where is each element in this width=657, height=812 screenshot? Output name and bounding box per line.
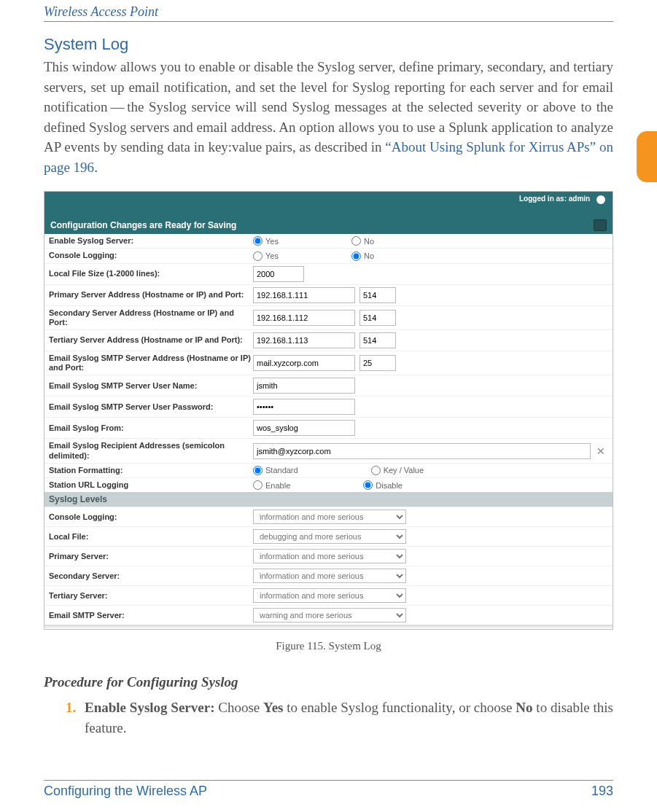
radio-fmt-keyvalue[interactable]: Key / Value — [371, 466, 424, 475]
section-title: System Log — [44, 35, 613, 54]
label-smtp-pass: Email Syslog SMTP Server User Password: — [49, 402, 253, 412]
radio-url-disable-label: Disable — [376, 481, 403, 490]
footer-left: Configuring the Wireless AP — [44, 784, 207, 799]
level-label-tertiary: Tertiary Server: — [49, 591, 253, 601]
running-head: Wireless Access Point — [44, 0, 613, 20]
config-changes-bar: Configuration Changes are Ready for Savi… — [44, 216, 613, 234]
select-level-email[interactable]: warning and more serious — [253, 608, 406, 622]
select-level-console[interactable]: information and more serious — [253, 510, 406, 524]
input-smtp-pass[interactable] — [253, 399, 355, 415]
select-level-secondary[interactable]: information and more serious — [253, 569, 406, 583]
label-station-formatting: Station Formatting: — [49, 466, 253, 475]
level-row-primary: Primary Server: information and more ser… — [44, 546, 613, 566]
radio-enable-yes-label: Yes — [265, 237, 279, 246]
radio-console-yes[interactable]: Yes — [253, 251, 279, 261]
step-strong-yes: Yes — [263, 700, 283, 715]
input-tertiary-host[interactable] — [253, 332, 355, 348]
input-secondary-port[interactable] — [359, 310, 396, 326]
input-secondary-host[interactable] — [253, 310, 355, 326]
input-smtp-user[interactable] — [253, 378, 355, 394]
save-icon[interactable] — [594, 219, 607, 231]
footer-page-number: 193 — [591, 784, 613, 799]
radio-console-no-input[interactable] — [351, 251, 361, 261]
input-email-recip[interactable] — [253, 443, 591, 459]
clear-recip-icon[interactable]: ✕ — [594, 445, 608, 457]
level-row-tertiary: Tertiary Server: information and more se… — [44, 585, 613, 605]
input-tertiary-port[interactable] — [359, 332, 396, 348]
level-row-console: Console Logging: information and more se… — [44, 507, 613, 526]
radio-url-enable-input[interactable] — [253, 480, 263, 490]
input-primary-host[interactable] — [253, 287, 355, 303]
radio-url-disable[interactable]: Disable — [363, 480, 403, 490]
row-station-url-logging: Station URL Logging Enable Disable — [44, 477, 613, 492]
radio-enable-yes-input[interactable] — [253, 236, 263, 246]
radio-enable-no-input[interactable] — [351, 236, 361, 246]
level-row-email: Email SMTP Server: warning and more seri… — [44, 605, 613, 625]
select-level-local[interactable]: debugging and more serious — [253, 529, 406, 544]
input-smtp-host[interactable] — [253, 355, 355, 371]
radio-console-no-label: No — [364, 251, 374, 260]
input-file-size[interactable] — [253, 266, 304, 282]
label-file-size: Local File Size (1-2000 lines): — [49, 269, 253, 278]
select-level-primary[interactable]: information and more serious — [253, 549, 406, 563]
radio-url-enable[interactable]: Enable — [253, 480, 290, 490]
label-tertiary-server: Tertiary Server Address (Hostname or IP … — [49, 335, 253, 345]
radio-enable-yes[interactable]: Yes — [253, 236, 279, 246]
syslog-levels-header: Syslog Levels — [44, 492, 613, 507]
step-strong-1: Enable Syslog Server: — [85, 700, 214, 715]
shot-titlebar: Logged in as: admin — [44, 192, 613, 216]
procedure-list: 1. Enable Syslog Server: Choose Yes to e… — [44, 698, 613, 738]
input-email-from[interactable] — [253, 420, 355, 436]
row-secondary-server: Secondary Server Address (Hostname or IP… — [44, 305, 613, 329]
label-email-recip: Email Syslog Recipient Addresses (semico… — [49, 441, 253, 460]
radio-fmt-standard-label: Standard — [265, 466, 298, 475]
level-label-primary: Primary Server: — [49, 552, 253, 561]
radio-fmt-standard[interactable]: Standard — [253, 466, 298, 475]
user-icon — [596, 195, 605, 204]
radio-enable-no[interactable]: No — [351, 236, 374, 246]
label-email-from: Email Syslog From: — [49, 423, 253, 433]
login-text: Logged in as: admin — [519, 195, 590, 203]
label-console-logging: Console Logging: — [49, 251, 253, 260]
radio-console-yes-label: Yes — [265, 251, 279, 260]
row-primary-server: Primary Server Address (Hostname or IP) … — [44, 284, 613, 305]
radio-fmt-standard-input[interactable] — [253, 466, 263, 475]
row-email-recip: Email Syslog Recipient Addresses (semico… — [44, 438, 613, 462]
input-smtp-port[interactable] — [359, 355, 396, 371]
header-rule — [44, 21, 613, 22]
row-console-logging: Console Logging: Yes No — [44, 248, 613, 262]
procedure-heading: Procedure for Configuring Syslog — [44, 674, 613, 690]
radio-console-yes-input[interactable] — [253, 251, 263, 261]
radio-url-disable-input[interactable] — [363, 480, 373, 490]
level-label-console: Console Logging: — [49, 512, 253, 522]
step-text-1b: Choose — [214, 700, 263, 715]
level-label-secondary: Secondary Server: — [49, 571, 253, 581]
label-enable-syslog: Enable Syslog Server: — [49, 236, 253, 246]
radio-fmt-keyvalue-input[interactable] — [371, 466, 381, 475]
procedure-step-1: 1. Enable Syslog Server: Choose Yes to e… — [66, 698, 613, 738]
select-level-tertiary[interactable]: information and more serious — [253, 588, 406, 603]
radio-enable-no-label: No — [364, 237, 374, 246]
figure-caption: Figure 115. System Log — [44, 640, 613, 652]
radio-console-no[interactable]: No — [351, 251, 374, 261]
intro-paragraph: This window allows you to enable or disa… — [44, 57, 613, 177]
config-changes-text: Configuration Changes are Ready for Savi… — [50, 220, 236, 230]
input-primary-port[interactable] — [359, 287, 396, 303]
footer-rule — [44, 780, 613, 781]
row-tertiary-server: Tertiary Server Address (Hostname or IP … — [44, 329, 613, 351]
row-smtp-pass: Email Syslog SMTP Server User Password: — [44, 396, 613, 417]
row-file-size: Local File Size (1-2000 lines): — [44, 263, 613, 284]
level-row-local: Local File: debugging and more serious — [44, 526, 613, 546]
level-label-email: Email SMTP Server: — [49, 611, 253, 620]
level-row-secondary: Secondary Server: information and more s… — [44, 566, 613, 585]
row-smtp-user: Email Syslog SMTP Server User Name: — [44, 375, 613, 396]
row-smtp-server: Email Syslog SMTP Server Address (Hostna… — [44, 351, 613, 375]
step-strong-no: No — [516, 700, 532, 715]
page-footer: Configuring the Wireless AP 193 — [44, 774, 613, 799]
step-number: 1. — [66, 698, 76, 718]
label-secondary-server: Secondary Server Address (Hostname or IP… — [49, 308, 253, 327]
radio-url-enable-label: Enable — [265, 481, 290, 490]
label-primary-server: Primary Server Address (Hostname or IP) … — [49, 290, 253, 300]
row-enable-syslog: Enable Syslog Server: Yes No — [44, 234, 613, 248]
row-station-formatting: Station Formatting: Standard Key / Value — [44, 463, 613, 477]
